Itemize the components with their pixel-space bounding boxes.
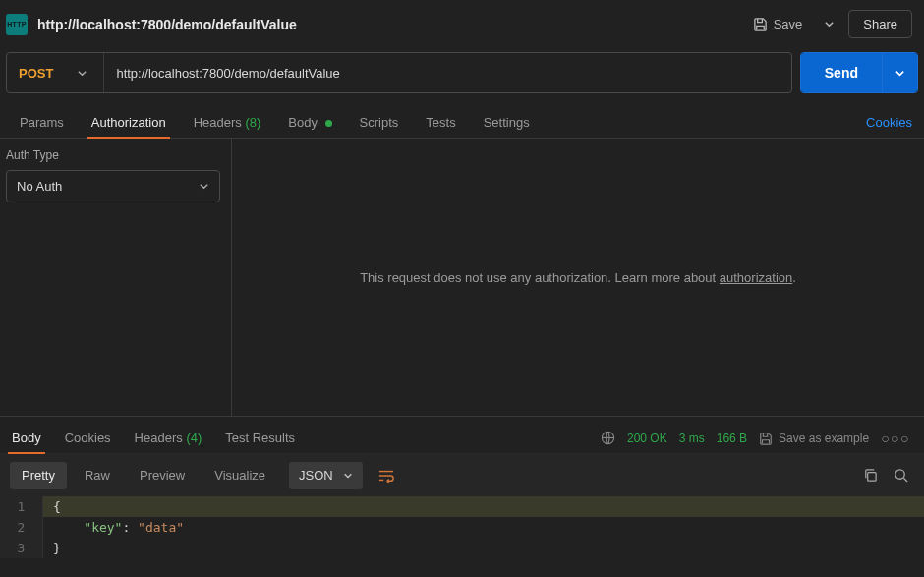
chevron-down-icon — [895, 68, 905, 79]
code-line: 1{ — [0, 496, 924, 517]
tab-title: http://localhost:7800/demo/defaultValue — [37, 17, 735, 32]
format-visualize[interactable]: Visualize — [202, 462, 277, 489]
save-example-label: Save as example — [779, 432, 869, 445]
auth-message: This request does not use any authorizat… — [232, 139, 924, 416]
auth-type-value: No Auth — [17, 179, 62, 194]
code-line: 3} — [0, 538, 924, 558]
tab-scripts[interactable]: Scripts — [346, 107, 413, 138]
tab-headers-label: Headers — [194, 115, 242, 130]
response-tab-headers[interactable]: Headers (4) — [123, 423, 214, 453]
language-select[interactable]: JSON — [289, 462, 363, 489]
save-as-example-button[interactable]: Save as example — [759, 432, 869, 445]
tab-body-label: Body — [288, 115, 318, 130]
copy-response-icon[interactable] — [863, 468, 878, 483]
line-number: 3 — [0, 538, 43, 558]
line-content: } — [43, 538, 924, 558]
language-value: JSON — [299, 468, 333, 483]
url-input[interactable] — [104, 53, 790, 92]
tab-tests[interactable]: Tests — [412, 107, 469, 138]
save-icon — [753, 17, 768, 31]
request-bar: POST — [6, 52, 792, 93]
send-button[interactable]: Send — [801, 53, 883, 92]
chevron-down-icon — [77, 68, 87, 79]
tab-headers-count: (8) — [245, 115, 260, 130]
save-button[interactable]: Save — [745, 11, 811, 37]
code-line: 2 "key": "data" — [0, 517, 924, 538]
save-label: Save — [774, 17, 803, 31]
body-modified-dot-icon — [325, 120, 332, 127]
line-number: 2 — [0, 517, 43, 538]
auth-message-text: This request does not use any authorizat… — [360, 270, 720, 285]
status-code[interactable]: 200 OK — [627, 432, 667, 445]
share-button[interactable]: Share — [848, 10, 912, 38]
chevron-down-icon — [343, 471, 353, 481]
more-options-icon[interactable]: ○○○ — [881, 431, 910, 446]
chevron-down-icon — [824, 19, 835, 29]
status-size[interactable]: 166 B — [717, 432, 747, 445]
http-method-icon: HTTP — [6, 14, 28, 35]
tab-settings[interactable]: Settings — [470, 107, 544, 138]
format-raw[interactable]: Raw — [73, 462, 122, 489]
line-content: { — [43, 496, 924, 517]
tab-params[interactable]: Params — [6, 107, 78, 138]
auth-type-select[interactable]: No Auth — [6, 170, 220, 202]
auth-message-suffix: . — [792, 270, 796, 285]
format-pretty[interactable]: Pretty — [10, 462, 67, 489]
send-dropdown[interactable] — [883, 53, 917, 92]
tab-authorization[interactable]: Authorization — [78, 107, 180, 138]
format-preview[interactable]: Preview — [128, 462, 197, 489]
auth-learn-more-link[interactable]: authorization — [720, 270, 792, 285]
response-body[interactable]: 1{2 "key": "data"3} — [0, 496, 924, 558]
method-label: POST — [19, 66, 53, 81]
svg-point-2 — [895, 470, 904, 479]
line-number: 1 — [0, 496, 43, 517]
method-select[interactable]: POST — [7, 53, 104, 92]
tab-headers[interactable]: Headers (8) — [180, 107, 275, 138]
response-tab-headers-label: Headers — [135, 431, 183, 445]
globe-icon[interactable] — [601, 431, 615, 445]
response-tab-body[interactable]: Body — [0, 423, 53, 453]
wrap-lines-icon[interactable] — [373, 463, 400, 489]
response-tab-cookies[interactable]: Cookies — [53, 423, 123, 453]
status-time[interactable]: 3 ms — [679, 432, 705, 445]
tab-body[interactable]: Body — [274, 107, 345, 138]
save-icon — [759, 432, 773, 445]
save-dropdown[interactable] — [818, 15, 840, 33]
chevron-down-icon — [199, 181, 209, 192]
svg-rect-1 — [868, 473, 876, 481]
cookies-link[interactable]: Cookies — [860, 107, 918, 138]
response-tab-headers-count: (4) — [186, 431, 202, 445]
response-tab-test-results[interactable]: Test Results — [213, 423, 307, 453]
search-response-icon[interactable] — [894, 468, 908, 483]
line-content: "key": "data" — [43, 517, 924, 538]
auth-type-label: Auth Type — [6, 148, 225, 162]
